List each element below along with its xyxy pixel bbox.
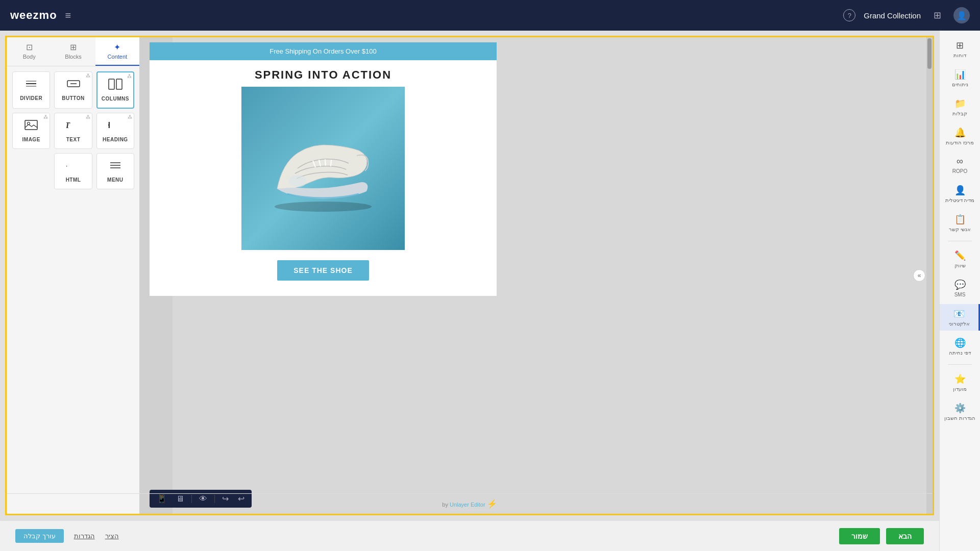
bottom-link-2[interactable]: הגדרות	[74, 532, 95, 540]
bottom-link-1[interactable]: הציר	[105, 532, 119, 540]
grid-icon[interactable]: ⊞	[929, 7, 945, 23]
digital-icon: 👤	[954, 185, 966, 196]
image-block-icon	[24, 119, 38, 134]
panel-tabs: ✦ Content ⊞ Blocks ⊡ Body	[7, 37, 139, 66]
tab-body[interactable]: ⊡ Body	[7, 37, 51, 66]
tab-blocks[interactable]: ⊞ Blocks	[51, 37, 95, 66]
sidebar-item-club[interactable]: ⭐ מועדון	[940, 369, 980, 396]
body-tab-icon: ⊡	[26, 42, 33, 52]
unlayer-logo-icon: ⚡	[487, 499, 497, 508]
sidebar-item-digital[interactable]: 👤 מדיה דיגיטלית	[940, 181, 980, 207]
svg-rect-15	[25, 120, 37, 130]
columns-pin-icon: ⁂	[127, 74, 132, 79]
sidebar-item-marketing[interactable]: ✏️ שיווק	[940, 246, 980, 272]
unlayer-footer: ⚡ by Unlayer Editor	[7, 493, 933, 514]
svg-text:T: T	[66, 121, 70, 130]
heading-block-icon: H	[108, 119, 122, 134]
image-pin-icon: ⁂	[43, 115, 48, 120]
image-block-label: IMAGE	[22, 137, 40, 142]
email-cta-button[interactable]: SEE THE SHOE	[277, 260, 369, 281]
contacts-icon: 📋	[954, 214, 966, 225]
text-block-icon: T	[66, 119, 81, 134]
topbar-right: ≡ weezmo	[10, 9, 71, 22]
yellow-frame: Free Shipping On Orders Over $100 SPRING…	[5, 36, 934, 515]
block-divider[interactable]: DIVIDER	[12, 71, 50, 109]
blocks-tab-icon: ⊞	[70, 42, 77, 52]
block-menu[interactable]: MENU	[96, 153, 134, 189]
text-block-label: TEXT	[66, 137, 81, 142]
sidebar-item-ropo[interactable]: ∞ ROPO	[940, 152, 980, 178]
marketing-icon: ✏️	[954, 250, 966, 261]
email-label: אלקטרוני	[949, 321, 970, 327]
menu-block-icon	[108, 160, 122, 174]
block-columns[interactable]: ⁂ COLUMNS	[96, 71, 134, 109]
analytics-label: ניתוחים	[952, 82, 968, 87]
unlayer-link[interactable]: Unlayer Editor	[450, 502, 485, 508]
sidebar-item-files[interactable]: 📁 קבלות	[940, 94, 980, 120]
menu-icon[interactable]: ≡	[65, 10, 71, 21]
help-button[interactable]: ?	[843, 9, 855, 21]
svg-line-5	[331, 160, 331, 166]
landing-icon: 🌐	[954, 337, 966, 348]
sidebar-item-settings[interactable]: ⚙️ הגדרות חשבון	[940, 398, 980, 425]
sidebar-item-reports[interactable]: ⊞ דוחות	[940, 36, 980, 62]
settings-label: הגדרות חשבון	[944, 415, 975, 421]
text-pin-icon: ⁂	[86, 115, 90, 120]
block-html[interactable]: </> HTML	[54, 153, 92, 189]
divider-block-label: DIVIDER	[20, 95, 42, 101]
bottom-action-button[interactable]: עורך קבלה	[15, 529, 64, 543]
menu-block-label: MENU	[107, 177, 123, 183]
contacts-label: אנשי קשר	[949, 227, 971, 232]
canvas-scrollbar[interactable]	[926, 37, 933, 514]
sidebar-item-landing[interactable]: 🌐 דפי נחיתה	[940, 333, 980, 360]
email-banner: Free Shipping On Orders Over $100	[150, 42, 497, 60]
svg-point-0	[275, 202, 372, 212]
user-avatar[interactable]: 👤	[953, 7, 970, 23]
digital-label: מדיה דיגיטלית	[945, 197, 975, 203]
sms-label: SMS	[954, 292, 966, 297]
blocks-tab-label: Blocks	[65, 54, 81, 60]
files-label: קבלות	[952, 111, 967, 116]
email-icon: 📧	[953, 308, 965, 319]
body-tab-label: Body	[23, 54, 36, 60]
content-tab-label: Content	[108, 54, 128, 60]
button-block-label: BUTTON	[62, 95, 84, 101]
block-image[interactable]: ⁂ IMAGE	[12, 113, 50, 149]
sidebar-item-contacts[interactable]: 📋 אנשי קשר	[940, 210, 980, 236]
tab-content[interactable]: ✦ Content	[95, 37, 139, 66]
block-button[interactable]: ⁂ BUTTON	[54, 71, 92, 109]
save-button[interactable]: שמור	[839, 528, 880, 544]
columns-block-label: COLUMNS	[102, 96, 129, 102]
bottom-bar-left: הבא שמור	[839, 528, 924, 544]
settings-icon: ⚙️	[954, 403, 966, 414]
ropo-label: ROPO	[952, 168, 967, 174]
email-preview-title: SPRING INTO ACTION	[150, 60, 497, 87]
blocks-grid: ⁂ COLUMNS ⁂	[7, 66, 139, 194]
expand-panel-button[interactable]: »	[913, 269, 925, 282]
editor-zone: Free Shipping On Orders Over $100 SPRING…	[0, 31, 939, 520]
html-block-icon: </>	[66, 160, 81, 174]
button-block-icon	[66, 78, 81, 92]
block-heading[interactable]: ⁂ H HEADING	[96, 113, 134, 149]
bottom-bar-center: הציר הגדרות עורך קבלה	[15, 529, 119, 543]
svg-line-4	[325, 159, 326, 166]
reports-label: דוחות	[953, 53, 966, 58]
brand-logo: weezmo	[10, 9, 57, 22]
svg-rect-7	[116, 79, 122, 89]
sidebar-item-analytics[interactable]: 📊 ניתוחים	[940, 65, 980, 91]
next-button[interactable]: הבא	[886, 528, 924, 544]
unlayer-by-text: by	[442, 502, 448, 508]
heading-block-label: HEADING	[103, 137, 128, 142]
marketing-label: שיווק	[954, 263, 966, 268]
sidebar-item-updates[interactable]: 🔔 מרכז הודעות	[940, 123, 980, 149]
svg-rect-6	[109, 79, 114, 89]
club-label: מועדון	[953, 386, 967, 392]
files-icon: 📁	[954, 98, 966, 109]
sidebar-item-email[interactable]: 📧 אלקטרוני	[940, 304, 980, 331]
email-cta: SEE THE SHOE	[150, 250, 497, 296]
block-text[interactable]: ⁂ T TEXT	[54, 113, 92, 149]
sidebar-item-sms[interactable]: 💬 SMS	[940, 275, 980, 302]
landing-label: דפי נחיתה	[949, 350, 971, 356]
topbar-left: 👤 ⊞ Grand Collection ?	[843, 7, 970, 23]
html-block-label: HTML	[66, 177, 81, 183]
